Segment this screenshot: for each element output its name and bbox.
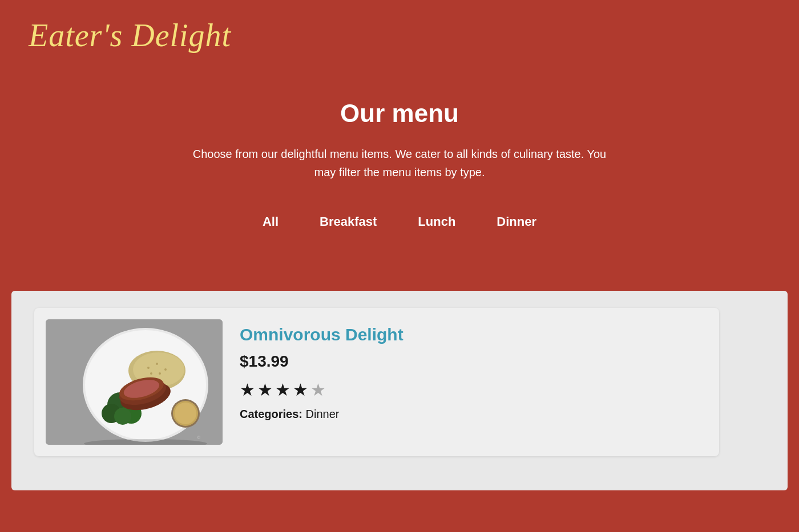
filter-dinner-button[interactable]: Dinner: [487, 210, 546, 234]
menu-section: © Omnivorous Delight $13.99 ★ ★ ★ ★ ★ Ca…: [11, 291, 788, 490]
filter-breakfast-button[interactable]: Breakfast: [310, 210, 386, 234]
categories-value: Dinner: [306, 408, 340, 420]
menu-card: © Omnivorous Delight $13.99 ★ ★ ★ ★ ★ Ca…: [34, 308, 719, 456]
hero-section: Our menu Choose from our delightful menu…: [0, 65, 799, 291]
svg-text:©: ©: [197, 435, 200, 440]
menu-item-image: ©: [46, 319, 223, 445]
svg-point-21: [175, 403, 196, 424]
hero-description: Choose from our delightful menu items. W…: [185, 145, 614, 181]
svg-point-13: [159, 372, 161, 375]
filter-navigation: All Breakfast Lunch Dinner: [114, 210, 685, 234]
site-logo: Eater's Delight: [29, 17, 770, 54]
menu-item-name: Omnivorous Delight: [240, 325, 403, 344]
menu-item-rating: ★ ★ ★ ★ ★: [240, 380, 403, 400]
filter-all-button[interactable]: All: [253, 210, 288, 234]
svg-point-11: [156, 363, 158, 365]
svg-point-14: [150, 372, 152, 375]
star-3: ★: [275, 380, 290, 400]
svg-point-12: [164, 368, 167, 371]
svg-point-7: [114, 408, 131, 425]
star-2: ★: [257, 380, 273, 400]
star-4: ★: [293, 380, 308, 400]
star-5: ★: [310, 380, 326, 400]
categories-label: Categories:: [240, 408, 302, 420]
site-header: Eater's Delight: [0, 0, 799, 65]
menu-item-categories: Categories: Dinner: [240, 408, 403, 421]
filter-lunch-button[interactable]: Lunch: [409, 210, 465, 234]
star-1: ★: [240, 380, 255, 400]
menu-item-info: Omnivorous Delight $13.99 ★ ★ ★ ★ ★ Cate…: [240, 319, 403, 427]
svg-point-10: [147, 367, 150, 369]
menu-item-price: $13.99: [240, 352, 403, 371]
page-title: Our menu: [114, 99, 685, 128]
